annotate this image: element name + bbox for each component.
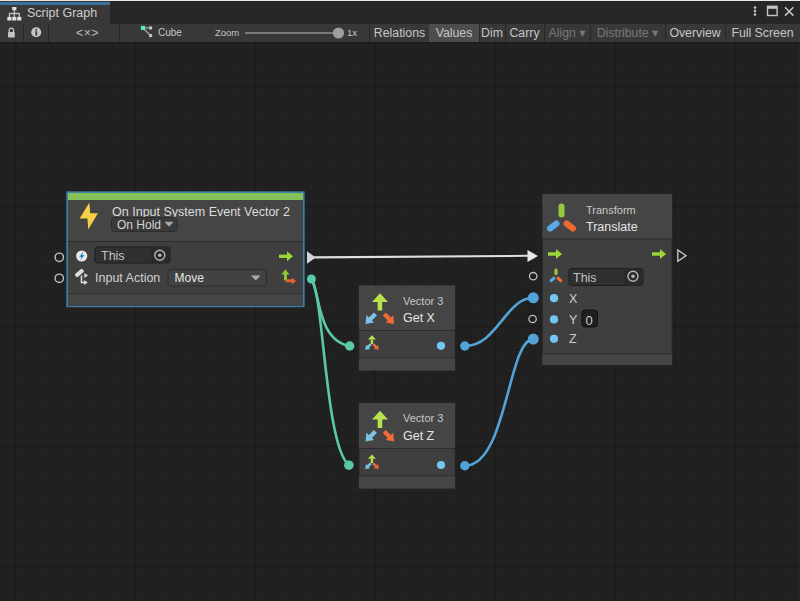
svg-text:Transform: Transform [586, 204, 636, 216]
svg-text:On Input System Event Vector 2: On Input System Event Vector 2 [112, 205, 290, 219]
svg-text:Get Z: Get Z [403, 429, 435, 443]
svg-text:Get X: Get X [403, 311, 436, 325]
svg-text:Vector 3: Vector 3 [403, 295, 443, 307]
svg-text:On Hold: On Hold [117, 218, 161, 232]
svg-text:Y: Y [569, 313, 578, 327]
svg-text:Input Action: Input Action [95, 271, 160, 285]
svg-text:Translate: Translate [586, 220, 638, 234]
svg-text:0: 0 [586, 313, 593, 328]
svg-text:This: This [573, 271, 597, 285]
svg-text:Z: Z [569, 332, 577, 346]
svg-text:This: This [101, 249, 125, 263]
svg-text:Vector 3: Vector 3 [403, 412, 443, 424]
svg-text:X: X [569, 292, 578, 306]
svg-text:Move: Move [175, 271, 205, 285]
